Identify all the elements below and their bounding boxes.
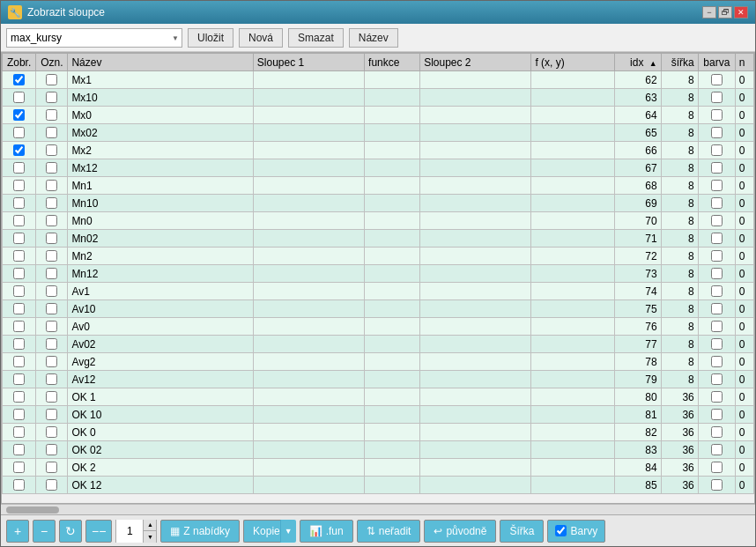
zobr-checkbox[interactable] bbox=[13, 303, 25, 314]
zobr-checkbox[interactable] bbox=[13, 426, 25, 438]
barva-checkbox[interactable] bbox=[711, 144, 723, 156]
zobr-checkbox[interactable] bbox=[13, 391, 25, 403]
refresh-btn[interactable]: ↻ bbox=[59, 520, 82, 543]
barva-checkbox[interactable] bbox=[711, 180, 723, 191]
zobr-checkbox[interactable] bbox=[13, 109, 25, 121]
new-btn[interactable]: Nová bbox=[239, 28, 283, 48]
zobr-checkbox[interactable] bbox=[13, 373, 25, 385]
barva-checkbox[interactable] bbox=[711, 127, 723, 138]
save-btn[interactable]: Uložit bbox=[188, 28, 233, 48]
restore-btn[interactable]: 🗗 bbox=[718, 6, 732, 18]
barva-checkbox[interactable] bbox=[711, 215, 723, 226]
ozn-checkbox[interactable] bbox=[46, 250, 57, 262]
zobr-checkbox[interactable] bbox=[13, 162, 25, 174]
name-btn[interactable]: Název bbox=[349, 28, 398, 48]
barva-checkbox[interactable] bbox=[711, 321, 723, 332]
ozn-checkbox[interactable] bbox=[46, 391, 57, 403]
zobr-checkbox[interactable] bbox=[13, 233, 25, 244]
spinner-down-btn[interactable]: ▼ bbox=[144, 531, 156, 543]
ozn-checkbox[interactable] bbox=[46, 233, 57, 244]
header-ozn[interactable]: Ozn. bbox=[36, 54, 68, 71]
ozn-checkbox[interactable] bbox=[46, 197, 57, 209]
barva-checkbox[interactable] bbox=[711, 74, 723, 85]
ozn-checkbox[interactable] bbox=[46, 426, 57, 438]
header-nazev[interactable]: Název bbox=[68, 54, 253, 71]
barva-checkbox[interactable] bbox=[711, 444, 723, 455]
header-barva[interactable]: barva bbox=[698, 54, 735, 71]
ozn-checkbox[interactable] bbox=[46, 74, 57, 85]
ozn-checkbox[interactable] bbox=[46, 92, 57, 103]
ozn-checkbox[interactable] bbox=[46, 109, 57, 121]
scrollbar-thumb[interactable] bbox=[6, 506, 59, 514]
header-idx[interactable]: idx ▲ bbox=[615, 54, 662, 71]
fun-btn[interactable]: 📊 .fun bbox=[300, 520, 353, 543]
add-btn[interactable]: + bbox=[6, 520, 29, 543]
sub-btn[interactable]: − bbox=[33, 520, 56, 543]
zobr-checkbox[interactable] bbox=[13, 144, 25, 156]
ozn-checkbox[interactable] bbox=[46, 144, 57, 156]
ozn-checkbox[interactable] bbox=[46, 462, 57, 473]
z-nabidky-btn[interactable]: ▦ Z nabídky bbox=[160, 520, 240, 543]
zobr-checkbox[interactable] bbox=[13, 462, 25, 473]
zobr-checkbox[interactable] bbox=[13, 180, 25, 191]
table-container[interactable]: Zobr. Ozn. Název Sloupec 1 funkce Sloupe… bbox=[1, 52, 755, 504]
barvy-checkbox[interactable] bbox=[555, 525, 567, 536]
barva-checkbox[interactable] bbox=[711, 285, 723, 297]
zobr-checkbox[interactable] bbox=[13, 321, 25, 332]
dash-btn[interactable]: −− bbox=[85, 520, 112, 543]
ozn-checkbox[interactable] bbox=[46, 303, 57, 314]
barva-checkbox[interactable] bbox=[711, 268, 723, 279]
header-funkce[interactable]: funkce bbox=[365, 54, 420, 71]
ozn-checkbox[interactable] bbox=[46, 444, 57, 455]
ozn-checkbox[interactable] bbox=[46, 479, 57, 491]
zobr-checkbox[interactable] bbox=[13, 356, 25, 367]
config-dropdown-wrapper[interactable]: max_kursy bbox=[6, 28, 182, 48]
barvy-label[interactable]: Barvy bbox=[547, 520, 605, 543]
close-btn[interactable]: ✕ bbox=[734, 6, 748, 18]
zobr-checkbox[interactable] bbox=[13, 409, 25, 420]
header-sloupec1[interactable]: Sloupec 1 bbox=[253, 54, 364, 71]
barva-checkbox[interactable] bbox=[711, 162, 723, 174]
spinner-input[interactable]: 1 bbox=[116, 520, 143, 543]
ozn-checkbox[interactable] bbox=[46, 180, 57, 191]
config-dropdown[interactable]: max_kursy bbox=[6, 28, 182, 48]
ozn-checkbox[interactable] bbox=[46, 268, 57, 279]
barva-checkbox[interactable] bbox=[711, 373, 723, 385]
header-fxy[interactable]: f (x, y) bbox=[531, 54, 615, 71]
horizontal-scrollbar[interactable] bbox=[1, 504, 755, 514]
barva-checkbox[interactable] bbox=[711, 409, 723, 420]
minimize-btn[interactable]: − bbox=[702, 6, 716, 18]
spinner-up-btn[interactable]: ▲ bbox=[144, 520, 156, 531]
header-sloupec2[interactable]: Sloupec 2 bbox=[420, 54, 531, 71]
zobr-checkbox[interactable] bbox=[13, 479, 25, 491]
barva-checkbox[interactable] bbox=[711, 250, 723, 262]
header-zobr[interactable]: Zobr. bbox=[3, 54, 36, 71]
zobr-checkbox[interactable] bbox=[13, 268, 25, 279]
barva-checkbox[interactable] bbox=[711, 197, 723, 209]
zobr-checkbox[interactable] bbox=[13, 74, 25, 85]
zobr-checkbox[interactable] bbox=[13, 215, 25, 226]
ozn-checkbox[interactable] bbox=[46, 409, 57, 420]
zobr-checkbox[interactable] bbox=[13, 197, 25, 209]
neradit-btn[interactable]: ⇅ neřadit bbox=[357, 520, 421, 543]
barva-checkbox[interactable] bbox=[711, 303, 723, 314]
delete-btn[interactable]: Smazat bbox=[288, 28, 344, 48]
barva-checkbox[interactable] bbox=[711, 233, 723, 244]
barva-checkbox[interactable] bbox=[711, 391, 723, 403]
barva-checkbox[interactable] bbox=[711, 356, 723, 367]
ozn-checkbox[interactable] bbox=[46, 373, 57, 385]
ozn-checkbox[interactable] bbox=[46, 338, 57, 350]
barva-checkbox[interactable] bbox=[711, 92, 723, 103]
zobr-checkbox[interactable] bbox=[13, 127, 25, 138]
puvodni-btn[interactable]: ↩ původně bbox=[424, 520, 496, 543]
header-sirka[interactable]: šířka bbox=[661, 54, 698, 71]
zobr-checkbox[interactable] bbox=[13, 285, 25, 297]
barva-checkbox[interactable] bbox=[711, 462, 723, 473]
kopie-dropdown-btn[interactable]: ▼ bbox=[280, 520, 296, 543]
barva-checkbox[interactable] bbox=[711, 479, 723, 491]
ozn-checkbox[interactable] bbox=[46, 215, 57, 226]
zobr-checkbox[interactable] bbox=[13, 250, 25, 262]
kopie-btn[interactable]: Kopie bbox=[243, 520, 280, 543]
ozn-checkbox[interactable] bbox=[46, 285, 57, 297]
ozn-checkbox[interactable] bbox=[46, 321, 57, 332]
